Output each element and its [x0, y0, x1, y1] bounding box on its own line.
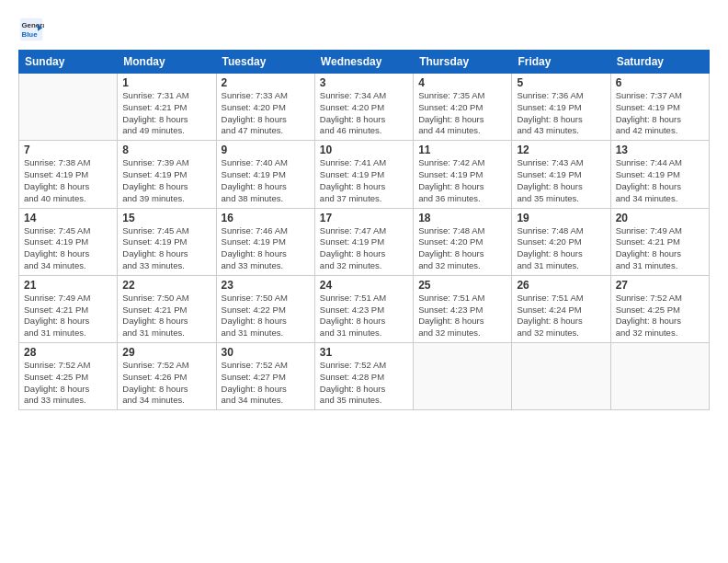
day-info: Sunrise: 7:50 AM Sunset: 4:21 PM Dayligh… [122, 293, 210, 339]
day-info: Sunrise: 7:34 AM Sunset: 4:20 PM Dayligh… [320, 90, 408, 137]
day-info: Sunrise: 7:35 AM Sunset: 4:20 PM Dayligh… [418, 90, 506, 137]
calendar-cell: 5Sunrise: 7:36 AM Sunset: 4:19 PM Daylig… [512, 74, 610, 141]
weekday-header: Friday [512, 51, 610, 74]
calendar-cell: 4Sunrise: 7:35 AM Sunset: 4:20 PM Daylig… [414, 74, 512, 141]
day-info: Sunrise: 7:45 AM Sunset: 4:19 PM Dayligh… [122, 225, 210, 272]
day-number: 19 [517, 212, 605, 224]
day-number: 29 [122, 346, 210, 359]
calendar-cell: 21Sunrise: 7:49 AM Sunset: 4:21 PM Dayli… [19, 275, 118, 342]
day-info: Sunrise: 7:52 AM Sunset: 4:25 PM Dayligh… [616, 293, 704, 339]
day-number: 27 [616, 279, 704, 292]
weekday-header: Monday [118, 51, 216, 74]
day-info: Sunrise: 7:49 AM Sunset: 4:21 PM Dayligh… [24, 293, 112, 339]
day-number: 10 [320, 144, 408, 156]
page: General Blue SundayMondayTuesdayWednesda… [0, 0, 728, 563]
day-info: Sunrise: 7:49 AM Sunset: 4:21 PM Dayligh… [616, 225, 704, 272]
day-number: 9 [222, 144, 310, 156]
calendar-cell [19, 74, 118, 141]
calendar-cell: 25Sunrise: 7:51 AM Sunset: 4:23 PM Dayli… [414, 275, 512, 342]
day-number: 20 [616, 212, 704, 224]
calendar-cell [610, 343, 709, 410]
logo: General Blue [18, 17, 48, 42]
day-info: Sunrise: 7:50 AM Sunset: 4:22 PM Dayligh… [222, 293, 310, 339]
day-info: Sunrise: 7:44 AM Sunset: 4:19 PM Dayligh… [616, 157, 704, 204]
day-number: 11 [418, 144, 506, 156]
day-info: Sunrise: 7:52 AM Sunset: 4:27 PM Dayligh… [222, 360, 310, 407]
day-info: Sunrise: 7:48 AM Sunset: 4:20 PM Dayligh… [418, 225, 506, 272]
calendar-cell [512, 343, 610, 410]
calendar-cell: 10Sunrise: 7:41 AM Sunset: 4:19 PM Dayli… [314, 141, 413, 208]
day-number: 2 [222, 76, 310, 89]
calendar-week-row: 1Sunrise: 7:31 AM Sunset: 4:21 PM Daylig… [19, 74, 710, 141]
calendar-week-row: 7Sunrise: 7:38 AM Sunset: 4:19 PM Daylig… [19, 141, 710, 208]
calendar-cell: 18Sunrise: 7:48 AM Sunset: 4:20 PM Dayli… [414, 208, 512, 275]
day-number: 4 [418, 76, 506, 89]
day-info: Sunrise: 7:52 AM Sunset: 4:28 PM Dayligh… [320, 360, 408, 407]
day-info: Sunrise: 7:42 AM Sunset: 4:19 PM Dayligh… [418, 157, 506, 204]
calendar-cell: 2Sunrise: 7:33 AM Sunset: 4:20 PM Daylig… [216, 74, 314, 141]
day-info: Sunrise: 7:52 AM Sunset: 4:25 PM Dayligh… [24, 360, 112, 407]
day-info: Sunrise: 7:36 AM Sunset: 4:19 PM Dayligh… [517, 90, 605, 137]
day-number: 1 [122, 76, 210, 89]
day-number: 7 [24, 144, 112, 156]
day-number: 31 [320, 346, 408, 359]
day-info: Sunrise: 7:46 AM Sunset: 4:19 PM Dayligh… [222, 225, 310, 272]
day-number: 17 [320, 212, 408, 224]
day-info: Sunrise: 7:48 AM Sunset: 4:20 PM Dayligh… [517, 225, 605, 272]
day-number: 25 [418, 279, 506, 292]
day-number: 22 [122, 279, 210, 292]
calendar-cell: 30Sunrise: 7:52 AM Sunset: 4:27 PM Dayli… [216, 343, 314, 410]
calendar-cell [414, 343, 512, 410]
calendar-week-row: 28Sunrise: 7:52 AM Sunset: 4:25 PM Dayli… [19, 343, 710, 410]
svg-text:Blue: Blue [22, 30, 39, 39]
day-info: Sunrise: 7:51 AM Sunset: 4:23 PM Dayligh… [320, 293, 408, 339]
day-number: 21 [24, 279, 112, 292]
weekday-header: Wednesday [314, 51, 413, 74]
day-number: 16 [222, 212, 310, 224]
calendar-cell: 8Sunrise: 7:39 AM Sunset: 4:19 PM Daylig… [118, 141, 216, 208]
calendar-cell: 16Sunrise: 7:46 AM Sunset: 4:19 PM Dayli… [216, 208, 314, 275]
day-info: Sunrise: 7:33 AM Sunset: 4:20 PM Dayligh… [222, 90, 310, 137]
day-info: Sunrise: 7:45 AM Sunset: 4:19 PM Dayligh… [24, 225, 112, 272]
calendar-cell: 11Sunrise: 7:42 AM Sunset: 4:19 PM Dayli… [414, 141, 512, 208]
weekday-header: Tuesday [216, 51, 314, 74]
calendar-cell: 24Sunrise: 7:51 AM Sunset: 4:23 PM Dayli… [314, 275, 413, 342]
calendar-cell: 27Sunrise: 7:52 AM Sunset: 4:25 PM Dayli… [610, 275, 709, 342]
logo-icon: General Blue [18, 17, 44, 42]
day-number: 14 [24, 212, 112, 224]
day-info: Sunrise: 7:38 AM Sunset: 4:19 PM Dayligh… [24, 157, 112, 204]
calendar-cell: 1Sunrise: 7:31 AM Sunset: 4:21 PM Daylig… [118, 74, 216, 141]
day-info: Sunrise: 7:51 AM Sunset: 4:23 PM Dayligh… [418, 293, 506, 339]
calendar-cell: 15Sunrise: 7:45 AM Sunset: 4:19 PM Dayli… [118, 208, 216, 275]
day-number: 18 [418, 212, 506, 224]
day-number: 26 [517, 279, 605, 292]
calendar-week-row: 14Sunrise: 7:45 AM Sunset: 4:19 PM Dayli… [19, 208, 710, 275]
day-info: Sunrise: 7:43 AM Sunset: 4:19 PM Dayligh… [517, 157, 605, 204]
calendar-cell: 14Sunrise: 7:45 AM Sunset: 4:19 PM Dayli… [19, 208, 118, 275]
day-number: 28 [24, 346, 112, 359]
weekday-header: Thursday [414, 51, 512, 74]
day-number: 12 [517, 144, 605, 156]
day-info: Sunrise: 7:40 AM Sunset: 4:19 PM Dayligh… [222, 157, 310, 204]
calendar-cell: 6Sunrise: 7:37 AM Sunset: 4:19 PM Daylig… [610, 74, 709, 141]
calendar-cell: 19Sunrise: 7:48 AM Sunset: 4:20 PM Dayli… [512, 208, 610, 275]
day-info: Sunrise: 7:39 AM Sunset: 4:19 PM Dayligh… [122, 157, 210, 204]
day-number: 13 [616, 144, 704, 156]
calendar-cell: 9Sunrise: 7:40 AM Sunset: 4:19 PM Daylig… [216, 141, 314, 208]
calendar-cell: 13Sunrise: 7:44 AM Sunset: 4:19 PM Dayli… [610, 141, 709, 208]
calendar-cell: 31Sunrise: 7:52 AM Sunset: 4:28 PM Dayli… [314, 343, 413, 410]
calendar-cell: 3Sunrise: 7:34 AM Sunset: 4:20 PM Daylig… [314, 74, 413, 141]
weekday-header: Saturday [610, 51, 709, 74]
calendar-cell: 20Sunrise: 7:49 AM Sunset: 4:21 PM Dayli… [610, 208, 709, 275]
day-info: Sunrise: 7:31 AM Sunset: 4:21 PM Dayligh… [122, 90, 210, 137]
calendar-table: SundayMondayTuesdayWednesdayThursdayFrid… [18, 50, 710, 410]
calendar-cell: 12Sunrise: 7:43 AM Sunset: 4:19 PM Dayli… [512, 141, 610, 208]
calendar-cell: 22Sunrise: 7:50 AM Sunset: 4:21 PM Dayli… [118, 275, 216, 342]
calendar-cell: 17Sunrise: 7:47 AM Sunset: 4:19 PM Dayli… [314, 208, 413, 275]
weekday-header: Sunday [19, 51, 118, 74]
day-info: Sunrise: 7:51 AM Sunset: 4:24 PM Dayligh… [517, 293, 605, 339]
day-number: 24 [320, 279, 408, 292]
calendar-week-row: 21Sunrise: 7:49 AM Sunset: 4:21 PM Dayli… [19, 275, 710, 342]
day-info: Sunrise: 7:37 AM Sunset: 4:19 PM Dayligh… [616, 90, 704, 137]
day-number: 8 [122, 144, 210, 156]
